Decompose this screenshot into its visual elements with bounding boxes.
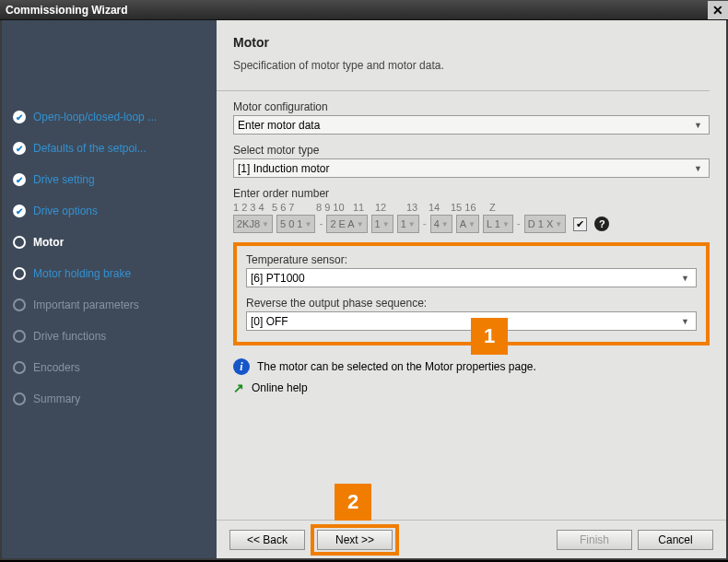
order-number-label: Enter order number (233, 187, 710, 200)
check-icon: ✔ (13, 111, 26, 123)
next-button[interactable]: Next >> (317, 530, 393, 550)
button-bar: << Back 2 Next >> Finish Cancel (217, 520, 726, 558)
callout-1: 1 (471, 318, 508, 355)
temp-sensor-label: Temperature sensor: (246, 253, 697, 266)
check-icon: ✔ (13, 173, 26, 186)
order-cell-9[interactable]: L 1▼ (483, 215, 513, 233)
circle-icon (13, 361, 26, 374)
order-header-8: 14 (429, 202, 447, 213)
close-button[interactable]: ✕ (708, 1, 728, 19)
finish-button: Finish (557, 530, 632, 550)
sidebar-step-label: Summary (33, 392, 80, 405)
chevron-down-icon: ▼ (691, 121, 705, 130)
chevron-down-icon: ▼ (678, 274, 692, 283)
sidebar-step-6: Important parameters (2, 289, 217, 321)
order-header-1: 5 6 7 (272, 202, 303, 213)
dash: - (319, 217, 323, 230)
order-header-0: 1 2 3 4 (233, 202, 268, 213)
highlight-box-2: 2 Next >> (311, 524, 399, 556)
info-icon: i (233, 358, 250, 375)
temp-sensor-select[interactable]: [6] PT1000 ▼ (246, 268, 697, 287)
sidebar-step-8: Encoders (2, 352, 217, 383)
order-header-5: 12 (375, 202, 393, 213)
motor-type-label: Select motor type (233, 144, 710, 157)
sidebar: ✔Open-loop/closed-loop ...✔Defaults of t… (2, 20, 217, 558)
order-header-3: 8 9 10 (316, 202, 349, 213)
sidebar-step-7: Drive functions (2, 321, 217, 352)
sidebar-step-9: Summary (2, 383, 217, 415)
check-icon: ✔ (13, 142, 26, 155)
order-header-9: 15 16 (451, 202, 476, 213)
order-confirm-checkbox[interactable]: ✔ (573, 217, 587, 231)
sidebar-step-label: Important parameters (33, 299, 139, 311)
page-title: Motor (233, 35, 710, 50)
order-cell-0[interactable]: 2KJ8▼ (233, 215, 273, 233)
info-text: The motor can be selected on the Motor p… (257, 360, 536, 373)
sidebar-step-0[interactable]: ✔Open-loop/closed-loop ... (2, 101, 217, 133)
order-header-10 (480, 202, 486, 213)
chevron-down-icon: ▼ (691, 164, 705, 173)
dash: - (517, 217, 521, 230)
sidebar-step-5[interactable]: Motor holding brake (2, 258, 217, 289)
wizard-body: ✔Open-loop/closed-loop ...✔Defaults of t… (0, 20, 728, 560)
titlebar: Commissioning Wizard ✕ (0, 0, 728, 20)
page-subtitle: Specification of motor type and motor da… (233, 59, 710, 72)
order-cell-3[interactable]: 2 E A▼ (326, 215, 367, 233)
sidebar-step-label: Encoders (33, 361, 80, 374)
temp-sensor-value: [6] PT1000 (251, 272, 305, 285)
order-cell-1[interactable]: 5 0 1▼ (276, 215, 315, 233)
callout-2: 2 (335, 484, 371, 521)
circle-icon (13, 236, 26, 249)
order-number-row: 2KJ8▼5 0 1▼-2 E A▼1▼1▼-4▼A▼L 1▼-D 1 X▼✔? (233, 215, 710, 233)
reverse-label: Reverse the output phase sequence: (246, 297, 697, 310)
order-cell-4[interactable]: 1▼ (371, 215, 393, 233)
motor-type-value: [1] Induction motor (238, 162, 329, 175)
order-cell-8[interactable]: A▼ (456, 215, 479, 233)
motor-config-value: Enter motor data (238, 119, 320, 132)
sidebar-step-label: Motor holding brake (33, 267, 131, 280)
cancel-button[interactable]: Cancel (638, 530, 713, 550)
motor-type-select[interactable]: [1] Induction motor ▼ (233, 158, 710, 178)
chevron-down-icon: ▼ (678, 317, 692, 326)
sidebar-step-label: Open-loop/closed-loop ... (33, 111, 157, 123)
window-title: Commissioning Wizard (6, 4, 128, 17)
sidebar-step-1[interactable]: ✔Defaults of the setpoi... (2, 133, 217, 164)
order-header-7: 13 (406, 202, 425, 213)
order-header-4: 11 (353, 202, 371, 213)
order-cell-7[interactable]: 4▼ (430, 215, 452, 233)
circle-icon (13, 267, 26, 280)
help-icon[interactable]: ? (594, 217, 609, 231)
order-cell-5[interactable]: 1▼ (397, 215, 419, 233)
arrow-icon: ↗ (233, 381, 244, 395)
reverse-value: [0] OFF (251, 315, 288, 328)
order-header-6 (397, 202, 403, 213)
sidebar-step-label: Drive setting (33, 173, 95, 186)
divider (217, 90, 710, 91)
online-help-label: Online help (252, 381, 308, 394)
motor-config-select[interactable]: Enter motor data ▼ (233, 115, 710, 135)
sidebar-step-4[interactable]: Motor (2, 227, 217, 258)
circle-icon (13, 330, 26, 343)
dash: - (423, 217, 427, 230)
sidebar-step-2[interactable]: ✔Drive setting (2, 164, 217, 195)
step-list: ✔Open-loop/closed-loop ...✔Defaults of t… (2, 37, 217, 415)
sidebar-step-label: Defaults of the setpoi... (33, 142, 147, 155)
order-header-2 (307, 202, 312, 213)
online-help-link[interactable]: ↗ Online help (233, 381, 710, 395)
sidebar-step-label: Motor (33, 236, 64, 249)
info-row: i The motor can be selected on the Motor… (233, 358, 710, 375)
sidebar-step-label: Drive options (33, 205, 98, 217)
check-icon: ✔ (13, 205, 26, 217)
circle-icon (13, 299, 26, 311)
sidebar-step-3[interactable]: ✔Drive options (2, 195, 217, 227)
circle-icon (13, 392, 26, 405)
main-panel: Motor Specification of motor type and mo… (217, 20, 726, 558)
motor-config-label: Motor configuration (233, 100, 710, 113)
back-button[interactable]: << Back (229, 530, 305, 550)
order-header-11: Z (489, 202, 524, 213)
order-headers: 1 2 3 45 6 78 9 101112131415 16Z (233, 202, 710, 213)
order-cell-11[interactable]: D 1 X▼ (524, 215, 566, 233)
sidebar-step-label: Drive functions (33, 330, 106, 343)
